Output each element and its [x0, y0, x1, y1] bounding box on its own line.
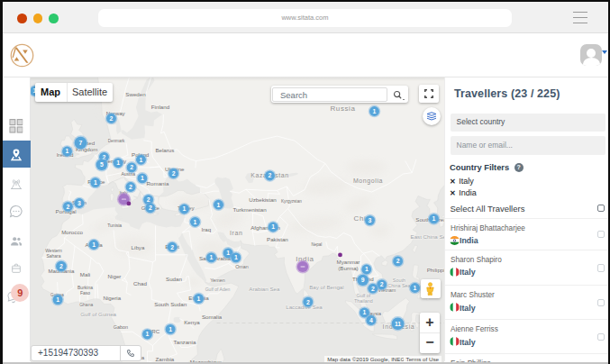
svg-text:1: 1 — [233, 254, 237, 260]
svg-text:Tanzania: Tanzania — [173, 338, 196, 344]
svg-text:2: 2 — [305, 298, 309, 305]
svg-text:Chad: Chad — [133, 279, 147, 286]
svg-text:1: 1 — [56, 296, 59, 303]
svg-text:9: 9 — [360, 277, 364, 283]
svg-text:Sahara: Sahara — [46, 252, 60, 258]
svg-text:1: 1 — [209, 254, 213, 260]
svg-text:1: 1 — [413, 284, 416, 290]
svg-text:1: 1 — [182, 205, 186, 212]
svg-text:Libya: Libya — [131, 244, 144, 250]
svg-text:Gulf of Aden: Gulf of Aden — [205, 287, 230, 292]
svg-text:1: 1 — [372, 107, 376, 114]
svg-text:2: 2 — [379, 281, 383, 287]
svg-text:China Sea: China Sea — [387, 282, 410, 287]
svg-text:Oman: Oman — [235, 263, 249, 268]
svg-text:Finland: Finland — [150, 103, 169, 109]
svg-text:Ghana: Ghana — [79, 301, 93, 306]
svg-text:Tunisia: Tunisia — [107, 222, 122, 227]
svg-text:1: 1 — [193, 218, 196, 224]
svg-text:2: 2 — [396, 258, 399, 264]
svg-text:Niger: Niger — [107, 273, 121, 279]
svg-text:Sudan: Sudan — [166, 275, 182, 281]
svg-text:Yemen: Yemen — [210, 277, 225, 282]
svg-text:Turkmenistan: Turkmenistan — [232, 205, 267, 212]
svg-text:1: 1 — [141, 175, 144, 181]
svg-text:Gabon: Gabon — [113, 324, 127, 330]
svg-text:Mongolia: Mongolia — [352, 177, 382, 185]
svg-text:(Burma): (Burma) — [338, 264, 358, 270]
svg-text:South Sudan: South Sudan — [154, 300, 187, 306]
svg-text:1: 1 — [168, 325, 172, 332]
svg-text:Gulf of Guinea: Gulf of Guinea — [80, 311, 116, 317]
svg-text:Nepal: Nepal — [311, 241, 322, 246]
svg-text:Denmark: Denmark — [107, 138, 124, 142]
svg-text:Iraq: Iraq — [201, 225, 211, 232]
svg-text:3: 3 — [77, 199, 81, 205]
svg-text:1: 1 — [362, 309, 366, 315]
svg-text:1: 1 — [139, 156, 142, 162]
svg-text:Morocco: Morocco — [61, 228, 83, 234]
svg-text:2: 2 — [148, 205, 151, 211]
svg-text:1: 1 — [116, 159, 120, 166]
svg-text:Mali: Mali — [79, 271, 89, 278]
svg-text:1: 1 — [432, 215, 435, 222]
svg-text:3: 3 — [368, 217, 371, 223]
svg-text:Somalia: Somalia — [201, 314, 222, 320]
svg-text:2: 2 — [146, 196, 150, 203]
svg-text:Kyrgyzstan: Kyrgyzstan — [281, 199, 302, 204]
svg-text:1: 1 — [216, 201, 220, 207]
svg-text:4: 4 — [369, 316, 372, 323]
svg-text:Uzbekistan: Uzbekistan — [249, 196, 277, 202]
svg-text:Arabian Sea: Arabian Sea — [249, 286, 280, 292]
svg-text:Pakistan: Pakistan — [267, 235, 288, 241]
svg-text:East China Sea: East China Sea — [410, 233, 444, 240]
svg-text:Kenya: Kenya — [184, 319, 200, 325]
svg-text:1: 1 — [226, 250, 230, 256]
svg-text:Nigeria: Nigeria — [103, 295, 121, 301]
svg-text:1: 1 — [65, 148, 68, 154]
svg-text:2: 2 — [109, 114, 113, 121]
svg-text:Iran: Iran — [230, 229, 242, 235]
svg-text:Romania: Romania — [146, 180, 168, 187]
svg-text:2: 2 — [129, 183, 132, 189]
svg-text:Sweden: Sweden — [125, 90, 146, 96]
svg-text:1: 1 — [364, 266, 368, 272]
svg-text:1: 1 — [145, 331, 149, 337]
svg-text:7: 7 — [78, 139, 82, 145]
svg-text:2: 2 — [171, 169, 175, 176]
svg-text:Thailand: Thailand — [354, 298, 373, 304]
svg-text:2: 2 — [59, 262, 63, 268]
svg-text:1: 1 — [271, 223, 275, 230]
svg-text:Bay of Bengal: Bay of Bengal — [309, 283, 344, 289]
svg-text:Philippines: Philippines — [426, 266, 444, 272]
svg-text:2: 2 — [66, 203, 69, 209]
svg-text:2: 2 — [370, 285, 374, 291]
svg-text:2: 2 — [268, 172, 271, 178]
svg-text:1: 1 — [196, 295, 200, 301]
svg-text:5: 5 — [100, 161, 104, 168]
svg-text:11: 11 — [394, 320, 400, 326]
svg-text:Russia: Russia — [330, 104, 355, 112]
svg-text:1: 1 — [93, 179, 96, 186]
svg-text:2: 2 — [130, 164, 133, 170]
svg-text:Faso: Faso — [79, 289, 89, 295]
svg-text:Belarus: Belarus — [155, 146, 174, 152]
svg-text:1: 1 — [92, 241, 96, 247]
svg-text:2: 2 — [170, 243, 174, 250]
